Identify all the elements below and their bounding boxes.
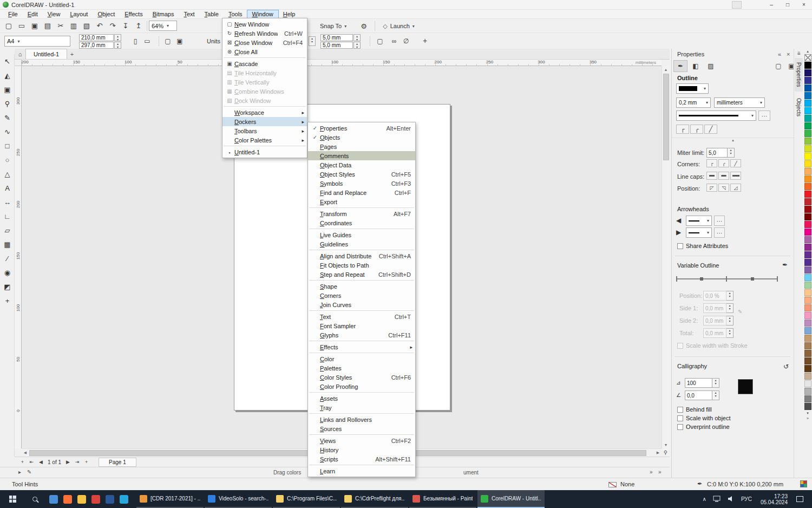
document-palette-icon[interactable] [800,480,807,487]
dockers-menu-item[interactable]: Comments [308,151,415,160]
dockers-menu-item[interactable]: Corners [308,291,415,300]
sides-link-icon[interactable]: ✎ [738,309,742,315]
window-menu-item[interactable]: Untitled-1 [222,147,307,157]
window-menu-item[interactable]: Workspace [222,108,307,117]
print-icon[interactable]: ▤ [41,20,54,32]
launch-dropdown[interactable]: ◇Launch [379,21,418,31]
cap-extended-button[interactable] [730,172,741,180]
dockers-menu-item[interactable]: Glyphs Ctrl+F11 [308,330,415,340]
pick-tool[interactable]: ↖ [0,54,15,68]
docker-page-icon[interactable]: ▢ [771,60,785,72]
dockers-menu-item[interactable]: Object Data [308,160,415,170]
redo-icon[interactable]: ↷ [106,20,119,32]
dockers-menu-item[interactable]: Views Ctrl+F2 [308,436,415,445]
treat-as-filled-button[interactable]: ▢ [375,36,385,47]
minimize-button[interactable]: – [763,0,780,10]
dockers-menu-item[interactable]: Symbols Ctrl+F3 [308,179,415,188]
color-swatch[interactable] [804,69,811,76]
close-button[interactable]: × [796,0,812,10]
color-swatch[interactable] [804,380,811,387]
home-tab-icon[interactable]: ⌂ [15,49,25,59]
language-indicator[interactable]: РУС [741,496,752,502]
page-width-field[interactable]: 210,0 mm [79,34,114,41]
dockers-menu-item[interactable]: Color Proofing [308,382,415,391]
freehand-tool[interactable]: ✎ [0,110,15,125]
dockers-menu-item[interactable] [309,392,414,393]
undo-icon[interactable]: ↶ [93,20,106,32]
miter-limit-spinner[interactable]: 5,0 [706,148,735,158]
dockers-menu-item[interactable]: Sources [308,424,415,433]
color-swatch[interactable] [804,183,811,190]
window-menu-item[interactable]: ▧ Dock Window [222,96,307,105]
pinned-app-icon[interactable] [120,495,128,504]
tray-display-icon[interactable] [713,496,721,503]
dockers-menu-item[interactable] [309,413,414,414]
transparency-tool[interactable]: ▦ [0,237,15,251]
page-tab[interactable]: Page 1 [99,458,136,467]
start-button[interactable] [0,490,25,508]
status-flyout-icon[interactable]: ▸ [18,469,21,475]
dockers-menu-item[interactable] [309,229,414,229]
color-swatch[interactable] [804,266,811,273]
style-options-button[interactable]: ··· [758,110,770,121]
dockers-menu-item[interactable]: Properties Alt+Enter [308,123,415,133]
dockers-menu-item[interactable]: Join Curves [308,300,415,309]
add-propbar-button[interactable]: + [420,35,430,46]
color-swatch[interactable] [804,229,811,236]
side1-field[interactable]: 0,0 mm [703,303,734,313]
outline-style-combo[interactable] [676,110,756,121]
taskbar-window-button[interactable]: [CDR 2017-2021] - ... [136,490,204,508]
color-swatch[interactable] [804,206,811,213]
taskbar-window-button[interactable]: VideoSolo - search-... [205,490,272,508]
scroll-up-icon[interactable]: ▲ [662,66,670,73]
dockers-menu-item[interactable] [309,250,414,250]
menubar-item[interactable]: Object [93,10,120,18]
window-menu-item[interactable] [224,106,306,107]
export-icon[interactable]: ↥ [132,20,145,32]
overprint-outline-checkbox[interactable] [677,424,683,430]
pinned-app-icon[interactable] [77,495,86,504]
tool-hints-label[interactable]: Tool Hints [12,481,38,487]
arrowhead-end-options[interactable]: ··· [714,227,725,238]
taskbar-search-icon[interactable] [25,490,44,508]
color-swatch[interactable] [804,175,811,183]
scale-width-checkbox[interactable] [677,343,683,349]
next-page-icon[interactable]: ▶ [63,458,73,466]
smart-fill-tool[interactable]: ◩ [0,279,15,294]
dockers-menu-item[interactable]: Palettes [308,363,415,373]
dockers-menu-item[interactable]: Object Styles Ctrl+F5 [308,170,415,179]
add-page-button[interactable]: + [18,458,27,466]
color-swatch[interactable] [804,145,811,152]
artistic-media-tool[interactable]: ∿ [0,125,15,139]
cut-icon[interactable]: ✂ [54,20,67,32]
dockers-menu-item[interactable] [309,353,414,353]
pinned-app-icon[interactable] [49,495,58,504]
color-swatch[interactable] [804,77,811,84]
nudge-stepper[interactable] [353,34,361,41]
dockers-menu-item[interactable]: Font Sampler [308,321,415,330]
horizontal-ruler[interactable]: 20015010050050100150200250300350 millime… [22,60,662,66]
status-edit-icon[interactable]: ✎ [27,469,31,475]
status-expand-icon[interactable]: » [650,469,653,475]
menubar-item[interactable]: Edit [23,10,43,18]
maximize-button[interactable]: □ [780,0,796,10]
connector-tool[interactable]: ∟ [0,209,15,223]
window-menu-item[interactable]: ⊗ Close All [222,47,307,56]
share-attributes-checkbox[interactable] [677,243,683,249]
color-swatch[interactable] [804,92,811,99]
dockers-menu-item[interactable]: Pages [308,142,415,151]
color-swatch[interactable] [804,138,811,145]
scroll-right-icon[interactable]: ▶ [654,449,662,457]
color-swatch[interactable] [804,304,811,311]
corner-round-button[interactable]: ╭ [690,125,703,134]
outline-color-picker[interactable] [676,83,709,94]
dockers-menu-item[interactable]: Transform Alt+F7 [308,209,415,218]
window-menu-item[interactable]: ▦ Combine Windows [222,87,307,96]
duplicate-stepper[interactable] [353,42,361,49]
dockers-menu-item[interactable]: Shape [308,282,415,291]
dockers-menu-item[interactable]: Find and Replace Ctrl+F [308,188,415,197]
ratio-unlock-button[interactable]: ∅ [401,36,411,47]
pinned-app-icon[interactable] [63,495,72,504]
color-swatch[interactable] [804,130,811,137]
options-gear-icon[interactable]: ⚙ [357,20,370,32]
